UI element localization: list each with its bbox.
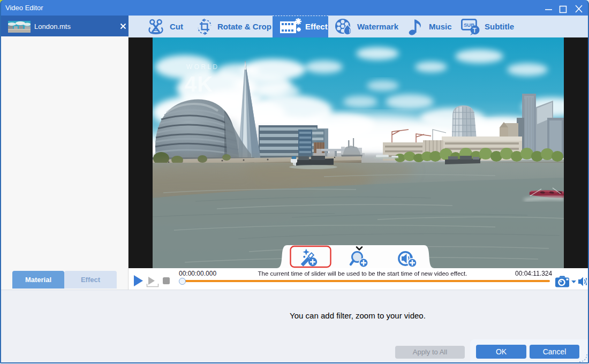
svg-text:4K: 4K [185,72,213,96]
svg-text:T: T [473,27,477,34]
svg-text:WORLD: WORLD [186,63,220,71]
